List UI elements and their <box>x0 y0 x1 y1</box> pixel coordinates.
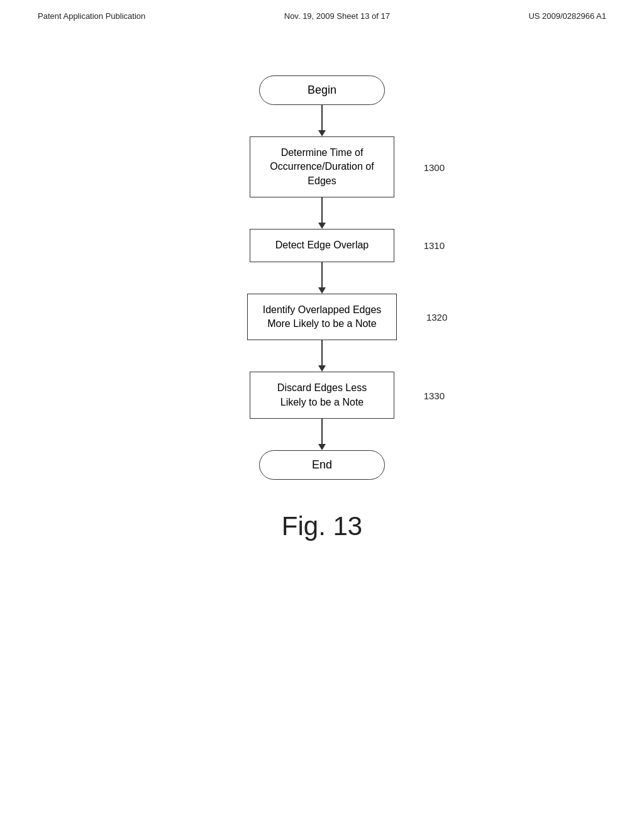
arrow-line-5 <box>321 419 323 444</box>
arrow-head-1 <box>318 130 326 136</box>
box-1300-wrapper: Determine Time ofOccurrence/Duration ofE… <box>250 136 394 197</box>
begin-wrapper: Begin <box>259 75 385 105</box>
arrow-head-2 <box>318 223 326 229</box>
arrow-line-4 <box>321 340 323 365</box>
ref-1320: 1320 <box>426 311 447 322</box>
diagram-container: Begin Determine Time ofOccurrence/Durati… <box>0 50 644 830</box>
begin-node: Begin <box>259 75 385 105</box>
box-1330: Discard Edges LessLikely to be a Note <box>250 372 394 419</box>
end-node: End <box>259 450 385 480</box>
flowchart: Begin Determine Time ofOccurrence/Durati… <box>247 75 397 480</box>
arrow-5 <box>318 419 326 450</box>
figure-label: Fig. 13 <box>282 511 362 541</box>
box-1320-wrapper: Identify Overlapped EdgesMore Likely to … <box>247 294 397 341</box>
arrow-2 <box>318 197 326 229</box>
ref-1330: 1330 <box>424 390 445 401</box>
box-1310: Detect Edge Overlap <box>250 229 394 262</box>
box-1310-wrapper: Detect Edge Overlap 1310 <box>250 229 394 262</box>
arrow-1 <box>318 105 326 136</box>
arrow-head-3 <box>318 287 326 294</box>
ref-1310: 1310 <box>424 240 445 251</box>
header-left: Patent Application Publication <box>38 11 145 21</box>
end-wrapper: End <box>259 450 385 480</box>
page-header: Patent Application Publication Nov. 19, … <box>0 0 644 21</box>
header-right: US 2009/0282966 A1 <box>528 11 606 21</box>
arrow-head-4 <box>318 365 326 372</box>
ref-1300: 1300 <box>424 162 445 172</box>
arrow-head-5 <box>318 444 326 450</box>
box-1320: Identify Overlapped EdgesMore Likely to … <box>247 294 397 341</box>
arrow-line-1 <box>321 105 323 130</box>
box-1300: Determine Time ofOccurrence/Duration ofE… <box>250 136 394 197</box>
arrow-4 <box>318 340 326 372</box>
box-1330-wrapper: Discard Edges LessLikely to be a Note 13… <box>250 372 394 419</box>
arrow-3 <box>318 262 326 294</box>
arrow-line-2 <box>321 197 323 223</box>
header-middle: Nov. 19, 2009 Sheet 13 of 17 <box>284 11 390 21</box>
arrow-line-3 <box>321 262 323 287</box>
